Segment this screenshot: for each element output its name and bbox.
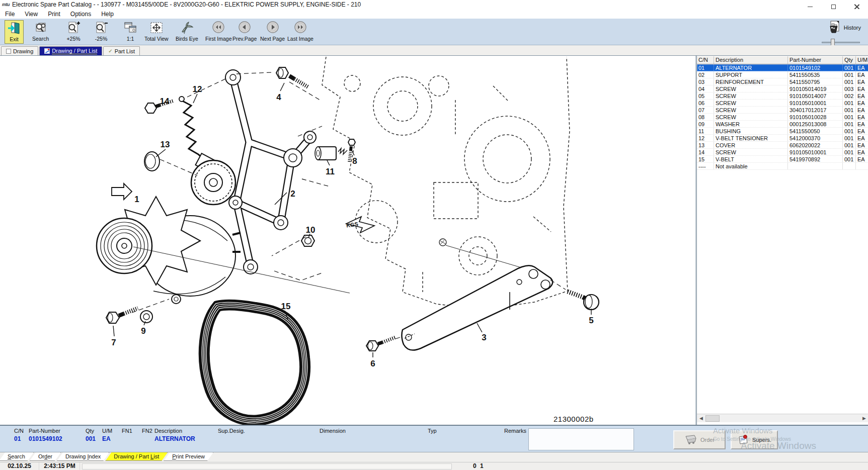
menu-print[interactable]: Print [43, 10, 65, 19]
history-control[interactable]: History [806, 20, 861, 45]
table-row[interactable]: 06SCREW910105010001001EA [697, 100, 868, 107]
last-image-button[interactable]: Last Image [287, 20, 313, 44]
total-view-button[interactable]: Total View [144, 20, 169, 44]
prev-page-button[interactable]: Prev.Page [232, 20, 257, 44]
first-image-icon [211, 20, 226, 35]
menu-bar: File View Print Options Help [0, 9, 868, 19]
table-row[interactable]: 07SCREW304017012017001EA [697, 107, 868, 114]
bottom-tab-drawing-part-list[interactable]: Drawing / Part List [105, 452, 168, 461]
menu-view[interactable]: View [20, 10, 43, 19]
exit-button[interactable]: Exit [5, 20, 24, 44]
scrollbar-thumb[interactable] [705, 415, 720, 422]
menu-options[interactable]: Options [65, 10, 96, 19]
detail-description-value: ALTERNATOR [154, 435, 195, 442]
column-header-um[interactable]: U/M [856, 56, 868, 64]
table-row[interactable]: ----Not available [697, 163, 868, 170]
tab-drawing-part-list[interactable]: Drawing / Part List [39, 46, 102, 55]
table-row[interactable]: 05SCREW910105014007002EA [697, 92, 868, 100]
drawing-part-list-icon [44, 48, 50, 54]
supers-button[interactable]: Supers. [731, 430, 778, 449]
bottom-tab-search[interactable]: Search [0, 452, 34, 461]
detail-part-number-value: 0101549102 [29, 435, 62, 442]
supers-note-icon [737, 434, 749, 446]
zoom-in-icon [66, 20, 81, 35]
history-slider-track[interactable] [822, 42, 860, 43]
column-header-qty[interactable]: Qty [843, 56, 856, 64]
table-row[interactable]: 15V-BELT5419970892001EA [697, 156, 868, 163]
scroll-right-icon[interactable]: ▶ [861, 415, 867, 422]
toolbar: Exit Search +25% -25% 1:1 [0, 19, 868, 45]
exit-door-icon [7, 21, 22, 36]
detail-cn-value: 01 [14, 435, 24, 442]
order-cart-icon [684, 434, 697, 446]
detail-um-label: U/M [102, 428, 112, 434]
column-header-part-number[interactable]: Part-Number [788, 56, 843, 64]
order-button[interactable]: Order [673, 430, 726, 449]
column-header-description[interactable]: Description [714, 56, 788, 64]
history-icon [827, 20, 842, 36]
detail-fn1-label: FN1 [122, 428, 132, 434]
technical-drawing [0, 56, 695, 425]
minimize-icon [808, 7, 813, 7]
birds-eye-button[interactable]: Birds Eye [176, 20, 198, 44]
total-view-icon [149, 20, 164, 35]
status-counter: 0 1 [473, 462, 485, 469]
table-row[interactable]: 04SCREW910105014019003EA [697, 85, 868, 92]
parts-table-body: 01ALTERNATOR0101549102001EA02SUPPORT5411… [697, 64, 868, 170]
status-bar: 02.10.25 2:43:15 PM 0 1 [0, 462, 868, 470]
detail-qty-value: 001 [86, 435, 96, 442]
column-header-cn[interactable]: C/N [697, 56, 714, 64]
table-row[interactable]: 08SCREW910105010028001EA [697, 114, 868, 121]
search-button[interactable]: Search [32, 20, 49, 44]
table-row[interactable]: 01ALTERNATOR0101549102001EA [697, 64, 868, 71]
part-list-check-icon: ✓ [108, 48, 112, 54]
drawing-number: 21300002b [554, 415, 594, 423]
one-to-one-button[interactable]: 1:1 [123, 20, 138, 44]
parts-table: C/N Description Part-Number Qty U/M 01AL… [696, 56, 868, 425]
bottom-tab-print-preview[interactable]: Print Preview [164, 452, 213, 461]
last-image-icon [293, 20, 308, 35]
zoom-in-button[interactable]: +25% [66, 20, 81, 44]
status-message-field [82, 463, 452, 469]
app-window: mtu Electronic Spare Part Catalog - - 13… [0, 0, 868, 470]
close-icon [854, 4, 859, 10]
detail-inset-field [528, 428, 634, 450]
first-image-button[interactable]: First Image [205, 20, 232, 44]
detail-typ-label: Typ [428, 428, 437, 434]
table-row[interactable]: 03REINFORCEMENT5411550795001EA [697, 78, 868, 85]
detail-sup-desig-label: Sup.Desig. [218, 428, 245, 434]
bottom-tab-order[interactable]: Order [30, 452, 61, 461]
zoom-out-button[interactable]: -25% [94, 20, 109, 44]
detail-fn2-label: FN2 [142, 428, 152, 434]
next-page-button[interactable]: Next Page [260, 20, 285, 44]
table-row[interactable]: 11BUSHING5411550050001EA [697, 128, 868, 135]
table-row[interactable]: 13COVER6062020022001EA [697, 142, 868, 149]
table-row[interactable]: 12V-BELT TENSIONER5412000370001EA [697, 135, 868, 142]
menu-file[interactable]: File [0, 10, 20, 19]
one-to-one-icon [123, 20, 138, 35]
table-row[interactable]: 02SUPPORT5411550535001EA [697, 71, 868, 78]
detail-remarks-label: Remarks [504, 428, 526, 434]
bottom-tab-drawing-index[interactable]: Drawing Index [57, 452, 109, 461]
parts-table-header: C/N Description Part-Number Qty U/M [697, 56, 868, 64]
maximize-icon [831, 5, 836, 9]
title-bar: mtu Electronic Spare Part Catalog - - 13… [0, 0, 868, 9]
bottom-tabs: SearchOrderDrawing IndexDrawing / Part L… [0, 452, 868, 462]
birds-eye-bird-icon [179, 20, 194, 35]
detail-cn-label: C/N [14, 428, 24, 434]
table-horizontal-scrollbar[interactable]: ◀ ▶ [697, 414, 868, 422]
table-row[interactable]: 09WASHER000125013008001EA [697, 121, 868, 128]
tab-part-list[interactable]: ✓ Part List [103, 46, 140, 55]
detail-panel: C/N01 Part-Number0101549102 Qty001 U/MEA… [0, 425, 868, 452]
prev-page-icon [237, 20, 252, 35]
detail-qty-label: Qty [86, 428, 96, 434]
detail-part-number-label: Part-Number [29, 428, 62, 434]
menu-help[interactable]: Help [96, 10, 119, 19]
tab-drawing[interactable]: Drawing [1, 46, 38, 55]
table-row[interactable]: 14SCREW910105010001001EA [697, 149, 868, 156]
drawing-tab-checkbox-icon [6, 49, 11, 54]
detail-um-value: EA [102, 435, 112, 442]
drawing-viewport[interactable]: 123456789101112131415 KGS 21300002b [0, 56, 695, 425]
scroll-left-icon[interactable]: ◀ [698, 415, 704, 422]
search-icon [33, 20, 48, 35]
